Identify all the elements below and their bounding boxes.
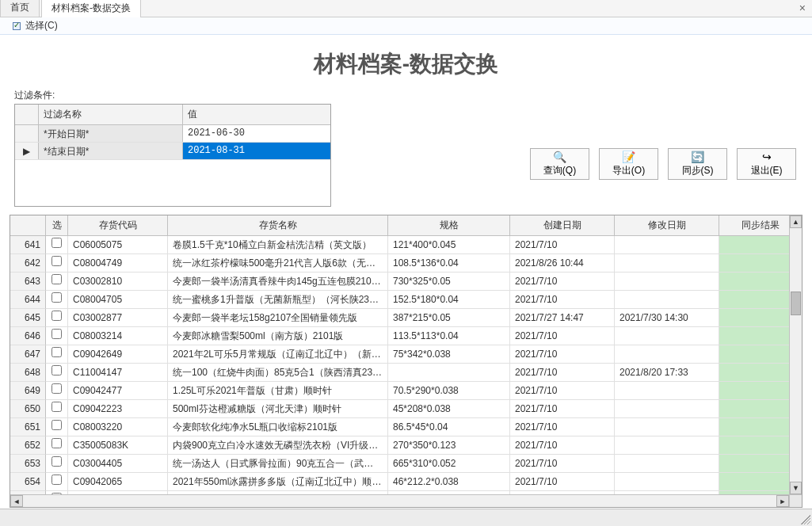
table-row[interactable]: 646C08003214今麦郎冰糖雪梨500ml（南方版）2101版113.5*… — [10, 327, 802, 345]
create-date-cell[interactable]: 2021/7/10 — [510, 345, 615, 364]
name-cell[interactable]: 统一100（红烧牛肉面）85克5合1（陕西清真2306… — [168, 364, 388, 382]
name-cell[interactable]: 2021年550ml冰露拼多多版（辽南辽北辽中）顺时针 — [168, 473, 388, 491]
filter-value-cell[interactable]: 2021-08-31 — [183, 143, 330, 159]
table-row[interactable]: 643C03002810今麦郎一袋半汤清真香辣牛肉145g五连包膜2101版73… — [10, 273, 802, 291]
row-checkbox[interactable] — [51, 256, 62, 266]
row-checkbox-cell[interactable] — [46, 273, 68, 291]
col-header-code[interactable]: 存货代码 — [68, 215, 168, 236]
name-cell[interactable]: 2021年2L可乐5月常规版（辽南辽北辽中）（新视… — [168, 345, 388, 364]
exit-button[interactable]: ↪ 退出(E) — [737, 148, 796, 180]
spec-cell[interactable]: 108.5*136*0.04 — [388, 254, 510, 273]
code-cell[interactable]: C09042065 — [68, 473, 168, 491]
name-cell[interactable]: 统一蜜桃多1升普版（无菌新瓶型）（河长陕2309… — [168, 291, 388, 309]
row-checkbox[interactable] — [51, 238, 62, 248]
code-cell[interactable]: C03004405 — [68, 455, 168, 473]
spec-cell[interactable]: 387*215*0.05 — [388, 309, 510, 327]
export-button[interactable]: 📝 导出(O) — [599, 148, 658, 180]
table-row[interactable]: 642C08004749统一冰红茶柠檬味500毫升21代言人版6款（无菌…108… — [10, 254, 802, 273]
modify-date-cell[interactable] — [615, 236, 719, 254]
row-checkbox-cell[interactable] — [46, 473, 68, 491]
create-date-cell[interactable]: 2021/7/10 — [510, 236, 615, 254]
name-cell[interactable]: 1.25L可乐2021年普版（甘肃）顺时针 — [168, 382, 388, 400]
modify-date-cell[interactable] — [615, 382, 719, 400]
row-checkbox[interactable] — [51, 456, 62, 467]
select-button[interactable]: 选择(C) — [6, 17, 63, 34]
modify-date-cell[interactable] — [615, 418, 719, 436]
code-cell[interactable]: C09042223 — [68, 400, 168, 418]
query-button[interactable]: 🔍 查询(Q) — [530, 148, 589, 180]
scroll-down-button[interactable]: ▼ — [790, 482, 802, 494]
row-checkbox-cell[interactable] — [46, 236, 68, 254]
name-cell[interactable]: 今麦郎一袋半老坛158g2107全国销量领先版 — [168, 309, 388, 327]
filter-row[interactable]: ▶*结束日期*2021-08-31 — [15, 143, 330, 160]
table-row[interactable]: 654C090420652021年550ml冰露拼多多版（辽南辽北辽中）顺时针4… — [10, 473, 802, 491]
tab-材料档案-数据交换[interactable]: 材料档案-数据交换 — [41, 0, 141, 17]
code-cell[interactable]: C08004749 — [68, 254, 168, 273]
vertical-scrollbar[interactable]: ▲ ▼ — [789, 215, 802, 494]
spec-cell[interactable]: 665*310*0.052 — [388, 455, 510, 473]
name-cell[interactable]: 内袋900克立白冷水速效无磷型洗衣粉（VI升级）… — [168, 436, 388, 455]
create-date-cell[interactable]: 2021/7/10 — [510, 364, 615, 382]
modify-date-cell[interactable] — [615, 455, 719, 473]
name-cell[interactable]: 卷膜1.5千克*10桶立白新金桔洗洁精（英文版） — [168, 236, 388, 254]
col-header-name[interactable]: 存货名称 — [168, 215, 388, 236]
row-checkbox[interactable] — [51, 420, 62, 430]
create-date-cell[interactable]: 2021/7/10 — [510, 400, 615, 418]
code-cell[interactable]: C08004705 — [68, 291, 168, 309]
scroll-up-button[interactable]: ▲ — [790, 215, 802, 228]
close-icon[interactable]: × — [799, 2, 806, 14]
spec-cell[interactable] — [388, 364, 510, 382]
name-cell[interactable]: 今麦郎软化纯净水5L瓶口收缩标2101版 — [168, 418, 388, 436]
table-row[interactable]: 648C11004147统一100（红烧牛肉面）85克5合1（陕西清真2306…… — [10, 364, 802, 382]
create-date-cell[interactable]: 2021/7/27 14:47 — [510, 309, 615, 327]
spec-cell[interactable]: 86.5*45*0.04 — [388, 418, 510, 436]
row-checkbox[interactable] — [51, 311, 62, 321]
sync-button[interactable]: 🔄 同步(S) — [668, 148, 727, 180]
modify-date-cell[interactable] — [615, 473, 719, 491]
filter-header-value[interactable]: 值 — [183, 105, 330, 124]
modify-date-cell[interactable] — [615, 436, 719, 455]
spec-cell[interactable]: 730*325*0.05 — [388, 273, 510, 291]
row-checkbox[interactable] — [51, 274, 62, 284]
spec-cell[interactable]: 75*342*0.038 — [388, 345, 510, 364]
table-row[interactable]: 651C08003220今麦郎软化纯净水5L瓶口收缩标2101版86.5*45*… — [10, 418, 802, 436]
row-checkbox-cell[interactable] — [46, 345, 68, 364]
row-checkbox-cell[interactable] — [46, 400, 68, 418]
create-date-cell[interactable]: 2021/7/10 — [510, 327, 615, 345]
modify-date-cell[interactable] — [615, 345, 719, 364]
col-header-sel[interactable]: 选 — [46, 215, 68, 236]
filter-value-cell[interactable]: 2021-06-30 — [183, 125, 330, 142]
create-date-cell[interactable]: 2021/7/10 — [510, 473, 615, 491]
table-row[interactable]: 641C06005075卷膜1.5千克*10桶立白新金桔洗洁精（英文版）121*… — [10, 236, 802, 254]
name-cell[interactable]: 统一冰红茶柠檬味500毫升21代言人版6款（无菌… — [168, 254, 388, 273]
code-cell[interactable]: C08003214 — [68, 327, 168, 345]
row-checkbox[interactable] — [51, 402, 62, 412]
modify-date-cell[interactable] — [615, 327, 719, 345]
spec-cell[interactable]: 46*212.2*0.038 — [388, 473, 510, 491]
row-checkbox[interactable] — [51, 292, 62, 303]
scroll-right-button[interactable]: ► — [776, 495, 789, 507]
col-header-rownum[interactable] — [10, 215, 46, 236]
code-cell[interactable]: C09042477 — [68, 382, 168, 400]
code-cell[interactable]: C09042649 — [68, 345, 168, 364]
row-checkbox-cell[interactable] — [46, 418, 68, 436]
code-cell[interactable]: C03002810 — [68, 273, 168, 291]
spec-cell[interactable]: 270*350*0.123 — [388, 436, 510, 455]
table-row[interactable]: 644C08004705统一蜜桃多1升普版（无菌新瓶型）（河长陕2309…152… — [10, 291, 802, 309]
row-checkbox-cell[interactable] — [46, 327, 68, 345]
modify-date-cell[interactable] — [615, 273, 719, 291]
row-checkbox-cell[interactable] — [46, 309, 68, 327]
create-date-cell[interactable]: 2021/8/26 10:44 — [510, 254, 615, 273]
row-checkbox-cell[interactable] — [46, 254, 68, 273]
scroll-thumb[interactable] — [791, 292, 801, 315]
col-header-spec[interactable]: 规格 — [388, 215, 510, 236]
row-checkbox[interactable] — [51, 329, 62, 339]
spec-cell[interactable]: 45*208*0.038 — [388, 400, 510, 418]
table-row[interactable]: 647C090426492021年2L可乐5月常规版（辽南辽北辽中）（新视…75… — [10, 345, 802, 364]
name-cell[interactable]: 统一汤达人（日式豚骨拉面）90克五合一（武成… — [168, 455, 388, 473]
spec-cell[interactable]: 113.5*113*0.04 — [388, 327, 510, 345]
resize-grip[interactable] — [799, 513, 810, 524]
table-row[interactable]: 652C35005083K内袋900克立白冷水速效无磷型洗衣粉（VI升级）…27… — [10, 436, 802, 455]
row-checkbox[interactable] — [51, 475, 62, 485]
table-row[interactable]: 653C03004405统一汤达人（日式豚骨拉面）90克五合一（武成…665*3… — [10, 455, 802, 473]
